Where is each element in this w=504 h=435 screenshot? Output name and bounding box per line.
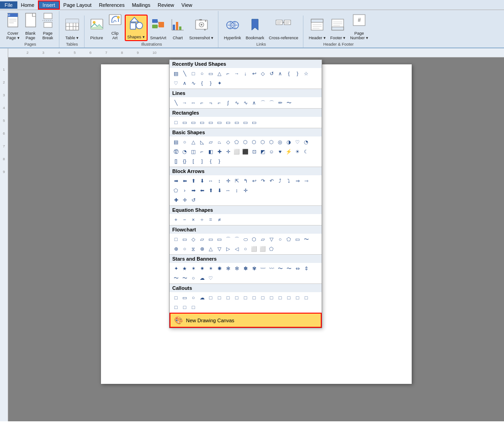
callout-line3[interactable]: □ <box>224 293 232 302</box>
shape-bracket-pair[interactable]: [] <box>172 157 180 165</box>
block-arrow-quad[interactable]: ✛ <box>224 177 232 185</box>
callout-accent3[interactable]: □ <box>259 293 267 302</box>
picture-button[interactable]: Picture <box>88 16 106 41</box>
shape-brace2[interactable]: { <box>198 79 206 87</box>
rect-two-same[interactable]: ▭ <box>224 118 232 126</box>
shape-textbox[interactable]: ▤ <box>172 138 180 146</box>
block-arrow-down-call[interactable]: ⬇ <box>215 186 223 194</box>
shape-wave2[interactable]: ∿ <box>189 79 197 87</box>
blank-page-button[interactable]: Blank Page <box>22 12 39 41</box>
block-arrow-up-call[interactable]: ⬆ <box>207 186 215 194</box>
block-arrow-right[interactable]: ➡ <box>172 177 180 185</box>
shapes-dropdown[interactable]: Recently Used Shapes ▤ ╲ □ ○ ▭ △ ⌐ → ↓ ↩… <box>169 59 322 328</box>
block-arrow-down[interactable]: ⬇ <box>198 177 206 185</box>
menu-review[interactable]: Review <box>154 1 178 9</box>
shape-hexagon[interactable]: ⬡ <box>241 138 249 146</box>
chart-button[interactable]: Chart <box>169 16 186 41</box>
callout-accent4[interactable]: □ <box>267 293 276 302</box>
star-8[interactable]: ✴ <box>207 264 215 273</box>
line-curved-arrow[interactable]: ∿ <box>233 99 241 107</box>
flow-extract[interactable]: △ <box>207 245 215 253</box>
block-arrow-curved-u[interactable]: ⤴ <box>276 177 284 185</box>
page-break-button[interactable]: Page Break <box>40 12 56 41</box>
shape-star5[interactable]: ✦ <box>215 79 223 87</box>
bookmark-button[interactable]: Bookmark <box>244 16 266 41</box>
flow-display[interactable]: ⬠ <box>267 245 276 253</box>
banner-cloud[interactable]: ☁ <box>198 274 206 282</box>
block-arrow-cross[interactable]: ✚ <box>172 196 180 204</box>
block-arrow-lr-call2[interactable]: ↔ <box>224 186 232 194</box>
flow-internal[interactable]: ▭ <box>215 235 223 243</box>
banner-up[interactable]: 〰 <box>259 264 267 273</box>
shape-triangle[interactable]: △ <box>215 69 223 78</box>
flow-off-page[interactable]: ⬠ <box>285 235 293 243</box>
shape-brace-left[interactable]: { <box>285 69 293 78</box>
flow-sort[interactable]: ⊗ <box>198 245 206 253</box>
flow-data[interactable]: ▱ <box>198 235 206 243</box>
eq-divide[interactable]: ÷ <box>198 215 206 224</box>
flow-or[interactable]: ○ <box>180 245 189 253</box>
rect-snipped-round[interactable]: ▭ <box>198 118 206 126</box>
banner-curved-down[interactable]: 〜 <box>285 264 293 273</box>
eq-equals[interactable]: = <box>207 215 215 224</box>
shape-wave[interactable]: ∧ <box>276 69 284 78</box>
block-arrow-u-turn[interactable]: ↩ <box>250 177 258 185</box>
line-freeform[interactable]: ⌒ <box>259 99 267 107</box>
shape-bevel[interactable]: ⊡ <box>250 147 258 156</box>
header-button[interactable]: Header ▾ <box>307 16 328 41</box>
page-number-button[interactable]: # Page Number ▾ <box>348 12 370 41</box>
eq-plus[interactable]: + <box>172 215 180 224</box>
callout-accent1[interactable]: □ <box>241 293 249 302</box>
cross-reference-button[interactable]: Cross-reference <box>267 16 300 41</box>
shape-sun[interactable]: ☀ <box>293 147 302 156</box>
flow-terminator[interactable]: ⬭ <box>241 235 249 243</box>
footer-button[interactable]: Footer ▾ <box>329 16 348 41</box>
flow-direct-data[interactable]: ⬜ <box>259 245 267 253</box>
shape-star[interactable]: ☆ <box>302 69 310 78</box>
shape-heart2[interactable]: ♥ <box>276 147 284 156</box>
flow-punched-tape[interactable]: 〜 <box>302 235 310 243</box>
shape-half-frame[interactable]: ◫ <box>189 147 197 156</box>
callout-oval[interactable]: ○ <box>189 293 197 302</box>
menu-home[interactable]: Home <box>17 1 38 9</box>
line-pen[interactable]: ✏ <box>276 99 284 107</box>
menu-insert[interactable]: Insert <box>38 0 60 10</box>
line-elbow-double[interactable]: ⌐ <box>215 99 223 107</box>
shape-brace-right[interactable]: } <box>293 69 302 78</box>
block-arrow-up[interactable]: ⬆ <box>189 177 197 185</box>
shape-plus[interactable]: ✛ <box>224 147 232 156</box>
menu-references[interactable]: References <box>95 1 128 9</box>
banner-wave1[interactable]: 〜 <box>172 274 180 282</box>
line-arrow[interactable]: → <box>180 99 189 107</box>
flow-process[interactable]: □ <box>172 235 180 243</box>
shape-tri[interactable]: △ <box>189 138 197 146</box>
callout-border4[interactable]: □ <box>302 293 310 302</box>
shape-diamond[interactable]: ◇ <box>259 69 267 78</box>
block-arrow-quad-call[interactable]: ✛ <box>241 186 249 194</box>
shape-heart[interactable]: ♡ <box>172 79 180 87</box>
rect-one-snip[interactable]: ▭ <box>233 118 241 126</box>
shape-arrow-down[interactable]: ↓ <box>241 69 249 78</box>
eq-minus[interactable]: − <box>180 215 189 224</box>
screenshot-button[interactable]: + Screenshot ▾ <box>187 16 215 41</box>
line-arc[interactable]: ⌒ <box>267 99 276 107</box>
block-arrow-ud[interactable]: ↕ <box>215 177 223 185</box>
shape-parallelogram[interactable]: ▱ <box>207 138 215 146</box>
banner-down[interactable]: 〰 <box>267 264 276 273</box>
shape-left-brace[interactable]: { <box>207 157 215 165</box>
shape-octagon[interactable]: ⬡ <box>259 138 267 146</box>
star-16[interactable]: ✼ <box>233 264 241 273</box>
shape-rectangle[interactable]: □ <box>189 69 197 78</box>
shape-lightning[interactable]: ⚡ <box>285 147 293 156</box>
shape-l-shape[interactable]: ⌐ <box>224 69 232 78</box>
block-arrow-chevron[interactable]: › <box>180 186 189 194</box>
block-arrow-pentagon[interactable]: ⬠ <box>172 186 180 194</box>
flow-multi-doc[interactable]: ⌒ <box>233 235 241 243</box>
shape-oval[interactable]: ○ <box>198 69 206 78</box>
rect-one-round[interactable]: ▭ <box>207 118 215 126</box>
shape-donut[interactable]: ◎ <box>276 138 284 146</box>
banner-wave2[interactable]: 〜 <box>180 274 189 282</box>
rect-octagon[interactable]: ▭ <box>241 118 249 126</box>
star-32[interactable]: ✾ <box>250 264 258 273</box>
menu-mailings[interactable]: Mailings <box>128 1 154 9</box>
